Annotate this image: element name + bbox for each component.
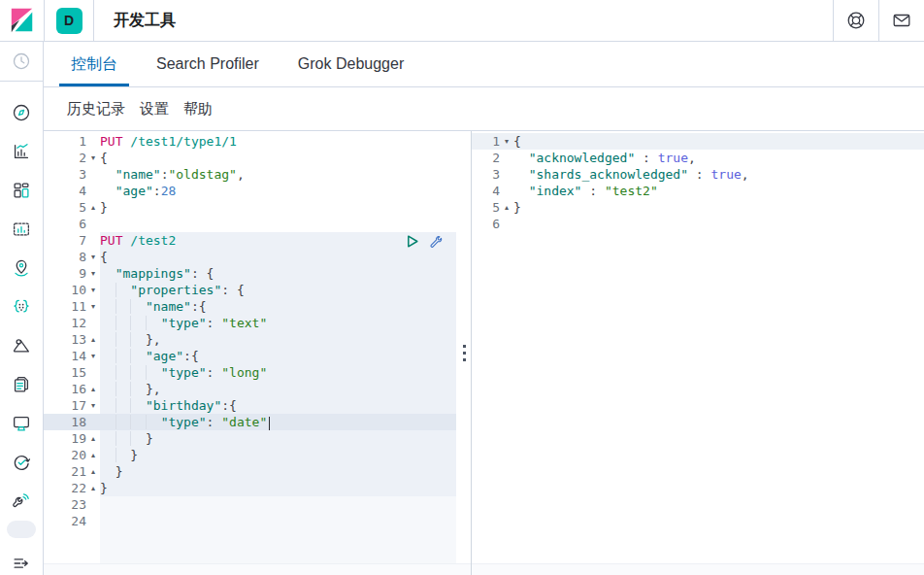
code-text: "name":{ [100, 298, 471, 315]
code-line: 15 "type": "long" [44, 364, 471, 381]
sidebar-item-collapse-menu[interactable] [2, 544, 41, 575]
main-nav [0, 82, 43, 521]
tab-console[interactable]: 控制台 [59, 42, 129, 86]
fold-toggle-icon[interactable]: ▾ [86, 397, 100, 414]
fold-toggle-icon[interactable]: ▾ [86, 265, 100, 282]
code-line: 22▴} [44, 480, 471, 496]
space-badge: D [56, 8, 82, 34]
tab-grok-debugger[interactable]: Grok Debugger [286, 42, 415, 86]
line-number: 17▾ [44, 397, 100, 414]
code-line: 17▾ "birthday":{ [44, 397, 471, 414]
recently-viewed-section [0, 42, 43, 82]
code-line: 16▴ }, [44, 381, 471, 397]
line-number: 7 [44, 232, 100, 249]
code-line: 2▾{ [44, 150, 471, 166]
code-line: 23 [44, 496, 471, 513]
active-item-pill [7, 521, 36, 538]
console-menu-help[interactable]: 帮助 [183, 100, 213, 118]
fold-toggle-icon[interactable]: ▾ [500, 133, 513, 150]
console-menu-settings[interactable]: 设置 [140, 100, 169, 118]
horizontal-scrollbar[interactable] [472, 563, 924, 575]
code-line: 3 "shards_acknowledged" : true, [472, 166, 924, 183]
dev-tools-icon [11, 490, 32, 512]
code-line: 18 "type": "date" [44, 414, 471, 430]
fold-toggle-icon[interactable]: ▾ [86, 298, 100, 315]
request-actions [403, 233, 444, 251]
wrench-icon[interactable] [426, 233, 444, 251]
line-number: 14▾ [44, 348, 100, 364]
sidebar-item-canvas[interactable] [2, 210, 41, 249]
code-line: 13▴ }, [44, 331, 471, 348]
code-line: 24 [44, 513, 471, 529]
fold-toggle-icon[interactable]: ▾ [86, 150, 100, 166]
collapse-menu-icon [11, 553, 32, 574]
space-selector[interactable]: D [45, 0, 93, 41]
dashboard-icon [11, 180, 32, 201]
fold-toggle-icon[interactable]: ▴ [86, 199, 100, 216]
console-output[interactable]: 1▾{2 "acknowledged" : true,3 "shards_ack… [471, 131, 924, 575]
line-number: 5▴ [44, 199, 100, 216]
code-line: 2 "acknowledged" : true, [472, 150, 924, 166]
fold-toggle-icon[interactable]: ▴ [86, 430, 100, 447]
code-text: { [100, 249, 471, 265]
sidebar-item-dashboard[interactable] [2, 171, 41, 210]
pane-resizer[interactable] [458, 131, 472, 575]
sidebar-item-logs[interactable] [2, 365, 41, 404]
sidebar-item-infrastructure[interactable] [2, 326, 41, 365]
line-number: 23 [44, 496, 100, 513]
left-nav [0, 42, 44, 575]
code-text: } [100, 447, 471, 463]
line-number: 1 [44, 133, 100, 150]
sidebar-item-machine-learning[interactable] [2, 288, 41, 326]
code-text: "type": "long" [100, 364, 471, 381]
sidebar-item-uptime[interactable] [2, 443, 41, 482]
sidebar-item-dev-tools[interactable] [2, 482, 41, 521]
editor-lines: 1PUT /test1/type1/12▾{3 "name":"oldstag"… [44, 131, 471, 529]
code-line: 4 "index" : "test2" [472, 183, 924, 199]
code-text: } [100, 199, 471, 216]
horizontal-scrollbar[interactable] [44, 563, 471, 575]
code-text [100, 496, 471, 513]
help-icon[interactable] [834, 0, 878, 41]
code-line: 10▾ "properties": { [44, 282, 471, 298]
send-request-icon[interactable] [403, 233, 420, 251]
fold-toggle-icon[interactable]: ▴ [86, 463, 100, 480]
fold-toggle-icon[interactable]: ▴ [500, 199, 513, 216]
code-text: "acknowledged" : true, [513, 150, 924, 166]
code-text: }, [100, 331, 471, 348]
code-text: "shards_acknowledged" : true, [513, 166, 924, 183]
fold-toggle-icon[interactable]: ▾ [86, 348, 100, 364]
kibana-logo[interactable] [0, 0, 44, 41]
line-number: 6 [472, 216, 513, 232]
line-number: 3 [472, 166, 513, 183]
console-menu-history[interactable]: 历史记录 [67, 100, 125, 118]
code-text: } [100, 430, 471, 447]
sidebar-item-visualize[interactable] [2, 132, 41, 171]
console-editor[interactable]: 1PUT /test1/type1/12▾{3 "name":"oldstag"… [44, 131, 471, 575]
fold-toggle-icon[interactable]: ▾ [86, 249, 100, 265]
sidebar-item-discover[interactable] [2, 93, 41, 132]
code-text: "type": "text" [100, 315, 471, 331]
kibana-dev-tools-app: D 开发工具 控制台Search ProfilerGrok Debug [0, 0, 924, 575]
mail-icon[interactable] [879, 0, 924, 41]
fold-toggle-icon[interactable]: ▴ [86, 447, 100, 463]
kibana-logo-icon [9, 7, 36, 34]
apm-icon [11, 413, 32, 434]
fold-toggle-icon[interactable]: ▴ [86, 381, 100, 397]
code-text: "birthday":{ [100, 397, 471, 414]
visualize-icon [11, 141, 32, 162]
sidebar-item-recently-viewed[interactable] [2, 42, 41, 81]
line-number: 18 [44, 414, 100, 430]
sidebar-item-maps[interactable] [2, 249, 41, 288]
fold-toggle-icon[interactable]: ▾ [86, 282, 100, 298]
code-line: 1PUT /test1/type1/1 [44, 133, 471, 150]
line-number: 19▴ [44, 430, 100, 447]
code-line: 6 [44, 216, 471, 232]
fold-toggle-icon[interactable]: ▴ [86, 480, 100, 496]
fold-toggle-icon[interactable]: ▴ [86, 331, 100, 348]
machine-learning-icon [11, 296, 32, 318]
main-content: 控制台Search ProfilerGrok Debugger 历史记录设置帮助… [44, 42, 924, 575]
sidebar-item-apm[interactable] [2, 404, 41, 443]
tab-search-profiler[interactable]: Search Profiler [145, 42, 271, 86]
code-text: } [100, 480, 471, 496]
